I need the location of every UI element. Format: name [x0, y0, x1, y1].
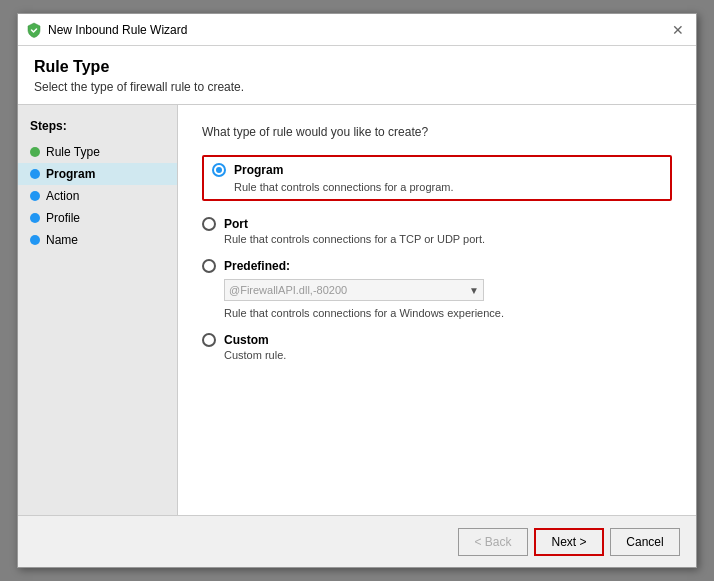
option-predefined-desc: Rule that controls connections for a Win… [224, 307, 672, 319]
option-program-desc: Rule that controls connections for a pro… [234, 181, 662, 193]
option-group: Program Rule that controls connections f… [202, 155, 672, 361]
shield-icon [26, 22, 42, 38]
option-port-row: Port [202, 217, 672, 231]
option-port-desc: Rule that controls connections for a TCP… [224, 233, 672, 245]
question-text: What type of rule would you like to crea… [202, 125, 672, 139]
option-predefined-label: Predefined: [224, 259, 290, 273]
sidebar-label-action: Action [46, 189, 79, 203]
option-custom-row: Custom [202, 333, 672, 347]
radio-program[interactable] [212, 163, 226, 177]
predefined-dropdown-text: @FirewallAPI.dll,-80200 [229, 284, 347, 296]
sidebar-label-program: Program [46, 167, 95, 181]
sidebar-item-name[interactable]: Name [18, 229, 177, 251]
sidebar-label-name: Name [46, 233, 78, 247]
sidebar: Steps: Rule Type Program Action Profile … [18, 105, 178, 515]
option-program-row: Program [212, 163, 662, 177]
step-dot-name [30, 235, 40, 245]
radio-predefined[interactable] [202, 259, 216, 273]
step-dot-action [30, 191, 40, 201]
page-title: Rule Type [34, 58, 680, 76]
wizard-window: New Inbound Rule Wizard ✕ Rule Type Sele… [17, 13, 697, 568]
main-panel: What type of rule would you like to crea… [178, 105, 696, 515]
option-program-label: Program [234, 163, 283, 177]
close-button[interactable]: ✕ [668, 20, 688, 40]
next-button[interactable]: Next > [534, 528, 604, 556]
step-dot-profile [30, 213, 40, 223]
radio-port[interactable] [202, 217, 216, 231]
step-dot-rule-type [30, 147, 40, 157]
sidebar-item-rule-type[interactable]: Rule Type [18, 141, 177, 163]
option-port[interactable]: Port Rule that controls connections for … [202, 217, 672, 245]
option-custom-label: Custom [224, 333, 269, 347]
sidebar-item-action[interactable]: Action [18, 185, 177, 207]
option-program[interactable]: Program Rule that controls connections f… [202, 155, 672, 201]
sidebar-label-rule-type: Rule Type [46, 145, 100, 159]
sidebar-item-profile[interactable]: Profile [18, 207, 177, 229]
predefined-dropdown[interactable]: @FirewallAPI.dll,-80200 ▼ [224, 279, 484, 301]
back-button[interactable]: < Back [458, 528, 528, 556]
title-bar-left: New Inbound Rule Wizard [26, 22, 187, 38]
option-custom[interactable]: Custom Custom rule. [202, 333, 672, 361]
footer-area: < Back Next > Cancel [18, 515, 696, 567]
radio-custom[interactable] [202, 333, 216, 347]
cancel-button[interactable]: Cancel [610, 528, 680, 556]
page-subtitle: Select the type of firewall rule to crea… [34, 80, 680, 94]
sidebar-item-program[interactable]: Program [18, 163, 177, 185]
option-port-label: Port [224, 217, 248, 231]
header-area: Rule Type Select the type of firewall ru… [18, 46, 696, 105]
steps-label: Steps: [18, 115, 177, 141]
dropdown-arrow-icon: ▼ [469, 285, 479, 296]
content-area: Steps: Rule Type Program Action Profile … [18, 105, 696, 515]
option-predefined[interactable]: Predefined: @FirewallAPI.dll,-80200 ▼ Ru… [202, 259, 672, 319]
step-dot-program [30, 169, 40, 179]
option-predefined-row: Predefined: [202, 259, 672, 273]
sidebar-label-profile: Profile [46, 211, 80, 225]
option-custom-desc: Custom rule. [224, 349, 672, 361]
title-bar: New Inbound Rule Wizard ✕ [18, 14, 696, 46]
window-title: New Inbound Rule Wizard [48, 23, 187, 37]
